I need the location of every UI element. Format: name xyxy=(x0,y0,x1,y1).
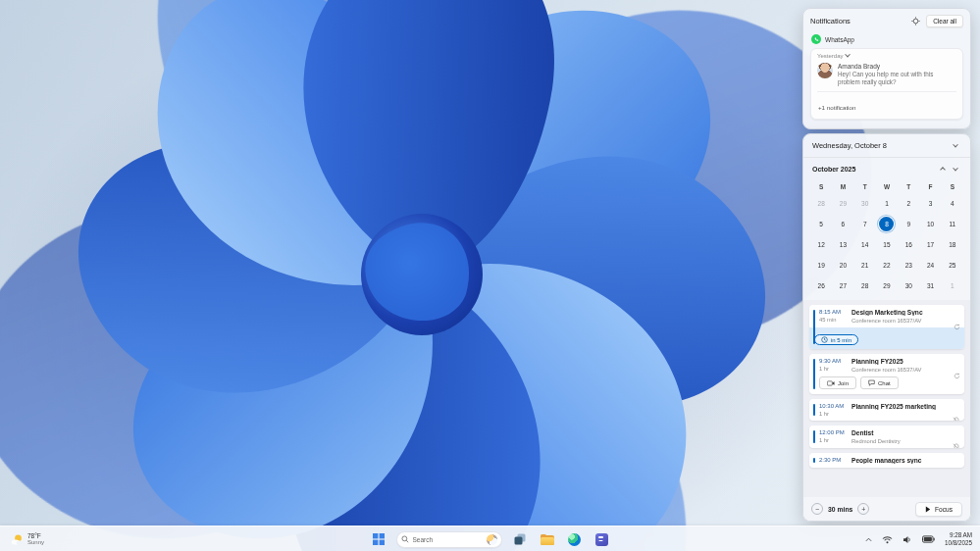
chevron-up-icon xyxy=(865,537,872,542)
event-time: 9:30 AM xyxy=(819,358,847,364)
task-view-button[interactable] xyxy=(510,529,530,549)
calendar-day[interactable]: 22 xyxy=(876,255,898,276)
calendar-day[interactable]: 4 xyxy=(942,193,963,214)
notification-card[interactable]: Yesterday Amanda Brady Hey! Can you help… xyxy=(810,48,963,120)
notification-app-name: WhatsApp xyxy=(825,36,854,43)
start-button[interactable] xyxy=(369,529,388,549)
calendar-day[interactable]: 10 xyxy=(919,214,941,234)
volume-button[interactable] xyxy=(901,533,914,546)
calendar-day[interactable]: 2 xyxy=(898,193,919,214)
clock-icon xyxy=(821,336,828,343)
join-meeting-button[interactable]: Join xyxy=(819,376,856,389)
increase-focus-duration-button[interactable]: + xyxy=(857,503,869,515)
calendar-event[interactable]: 12:00 PM 1 hr Dentist Redmond Dentistry xyxy=(809,426,964,448)
calendar-grid: SMTWTFS282930123456789101112131415161718… xyxy=(803,177,970,300)
calendar-collapse-button[interactable] xyxy=(949,139,961,152)
calendar-day[interactable]: 15 xyxy=(876,234,898,255)
calendar-day[interactable]: 28 xyxy=(810,193,832,214)
calendar-flyout-panel: Wednesday, October 8 October 2025 SMTWTF… xyxy=(802,133,971,522)
hidden-icons-button[interactable] xyxy=(863,535,874,544)
calendar-day[interactable]: 6 xyxy=(832,214,853,234)
reminder-badge[interactable]: in 5 min xyxy=(814,334,858,345)
event-location: Conference room 16537/AV xyxy=(851,318,951,324)
chevron-down-icon xyxy=(953,141,958,147)
calendar-day[interactable]: 7 xyxy=(854,214,876,234)
task-view-icon xyxy=(514,533,526,545)
calendar-day[interactable]: 29 xyxy=(876,276,898,296)
edge-browser-button[interactable] xyxy=(565,529,585,549)
calendar-day[interactable]: 30 xyxy=(854,193,876,214)
search-highlight-icon[interactable] xyxy=(487,534,497,545)
battery-icon xyxy=(922,535,935,543)
clear-all-button[interactable]: Clear all xyxy=(926,15,963,27)
calendar-day[interactable]: 29 xyxy=(832,193,853,214)
calendar-event[interactable]: 8:15 AM 45 min Design Marketing Sync Con… xyxy=(809,305,964,349)
calendar-day-selected[interactable]: 8 xyxy=(876,214,898,234)
more-notifications-row[interactable]: +1 notification xyxy=(817,91,956,115)
calendar-day[interactable]: 20 xyxy=(832,255,853,276)
calendar-prev-month-button[interactable] xyxy=(936,163,949,175)
calendar-day[interactable]: 13 xyxy=(832,234,853,255)
notification-app-row[interactable]: WhatsApp xyxy=(811,34,962,44)
event-time: 8:15 AM xyxy=(819,309,847,315)
taskbar-search-box[interactable] xyxy=(396,531,502,548)
recurrence-icon xyxy=(954,366,960,383)
clock-button[interactable]: 9:28 AM 10/8/2025 xyxy=(943,530,974,547)
calendar-day[interactable]: 28 xyxy=(854,276,876,296)
focus-duration-label: 30 mins xyxy=(828,506,852,513)
teams-button[interactable] xyxy=(593,529,612,549)
widgets-weather-button[interactable]: 78°F Sunny xyxy=(7,528,48,550)
calendar-day[interactable]: 5 xyxy=(810,214,832,234)
windows-logo-icon xyxy=(373,533,385,545)
taskbar: 78°F Sunny xyxy=(0,526,980,551)
notification-group-label: Yesterday xyxy=(817,53,843,59)
calendar-event[interactable]: 2:30 PM People managers sync xyxy=(809,453,964,468)
calendar-day[interactable]: 11 xyxy=(942,214,963,234)
sender-avatar xyxy=(817,63,833,78)
calendar-day[interactable]: 16 xyxy=(898,234,919,255)
calendar-day[interactable]: 26 xyxy=(810,276,832,296)
event-duration: 1 hr xyxy=(819,411,847,417)
calendar-event[interactable]: 9:30 AM 1 hr Planning FY2025 Conference … xyxy=(809,354,964,394)
calendar-month-row: October 2025 xyxy=(803,158,970,177)
calendar-next-month-button[interactable] xyxy=(949,163,961,175)
decrease-focus-duration-button[interactable]: − xyxy=(811,503,823,515)
agenda-list: 8:15 AM 45 min Design Marketing Sync Con… xyxy=(803,300,970,497)
search-input[interactable] xyxy=(413,536,483,543)
calendar-day[interactable]: 24 xyxy=(919,255,941,276)
chat-button[interactable]: Chat xyxy=(860,376,899,389)
notification-settings-button[interactable] xyxy=(909,15,922,27)
reminder-badge-label: in 5 min xyxy=(831,337,851,343)
calendar-day[interactable]: 18 xyxy=(942,234,963,255)
calendar-day[interactable]: 23 xyxy=(898,255,919,276)
calendar-day[interactable]: 3 xyxy=(919,193,941,214)
bell-off-icon xyxy=(953,437,960,448)
calendar-day[interactable]: 9 xyxy=(898,214,919,234)
calendar-day[interactable]: 1 xyxy=(942,276,963,296)
calendar-day[interactable]: 27 xyxy=(832,276,853,296)
taskbar-center-icons xyxy=(369,526,612,551)
start-focus-button[interactable]: Focus xyxy=(915,502,962,517)
calendar-day[interactable]: 31 xyxy=(919,276,941,296)
file-explorer-button[interactable] xyxy=(538,529,557,549)
taskbar-date: 10/8/2025 xyxy=(945,539,972,547)
file-explorer-icon xyxy=(541,534,554,545)
calendar-day[interactable]: 19 xyxy=(810,255,832,276)
message-sender: Amanda Brady xyxy=(838,63,956,70)
network-button[interactable] xyxy=(880,533,895,546)
calendar-day[interactable]: 30 xyxy=(898,276,919,296)
calendar-day[interactable]: 25 xyxy=(942,255,963,276)
battery-button[interactable] xyxy=(920,533,937,545)
event-accent-bar xyxy=(813,359,815,389)
event-reminder-strip: in 5 min xyxy=(809,327,964,349)
calendar-day[interactable]: 12 xyxy=(810,234,832,255)
join-button-label: Join xyxy=(838,380,849,386)
notification-message[interactable]: Amanda Brady Hey! Can you help me out wi… xyxy=(817,63,956,86)
calendar-day[interactable]: 1 xyxy=(876,193,898,214)
calendar-day[interactable]: 21 xyxy=(854,255,876,276)
calendar-day[interactable]: 14 xyxy=(854,234,876,255)
calendar-event[interactable]: 10:30 AM 1 hr Planning FY2025 marketing xyxy=(809,399,964,421)
notification-group-row[interactable]: Yesterday xyxy=(817,53,956,59)
calendar-day[interactable]: 17 xyxy=(919,234,941,255)
focus-button-label: Focus xyxy=(935,506,953,513)
